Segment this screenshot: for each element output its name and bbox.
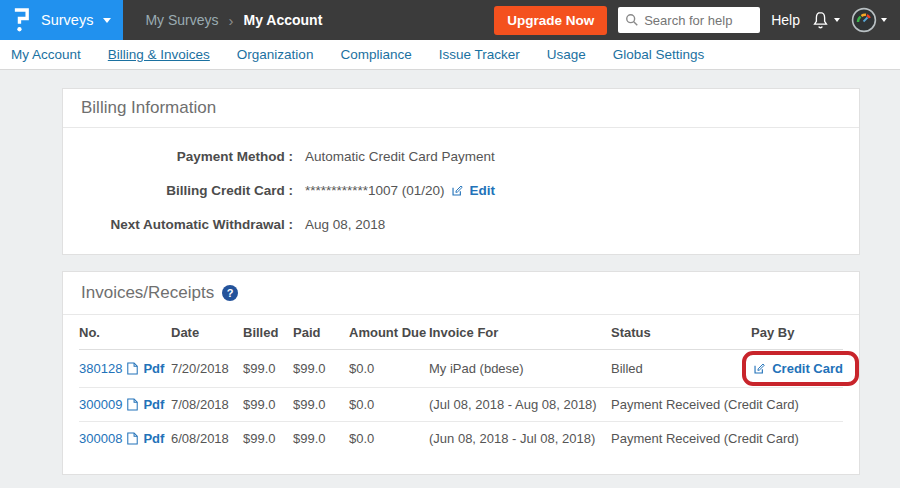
col-date: Date [171,315,243,350]
top-bar: Surveys My Surveys › My Account Upgrade … [0,0,900,40]
invoices-table: No. Date Billed Paid Amount Due Invoice … [79,315,843,458]
account-menu[interactable] [851,7,887,33]
notifications-control[interactable] [811,10,840,31]
invoice-amount-due: $0.0 [349,422,429,459]
col-paid: Paid [293,315,349,350]
tab-organization[interactable]: Organization [237,47,314,62]
chevron-down-icon [881,18,887,22]
invoice-number-link[interactable]: 300009 [79,397,122,412]
invoice-date: 6/08/2018 [171,422,243,459]
pdf-link[interactable]: Pdf [143,431,164,446]
edit-icon [753,362,766,375]
payment-method-row: Payment Method : Automatic Credit Card P… [63,148,859,165]
tab-issue-tracker[interactable]: Issue Tracker [439,47,520,62]
panel-title: Billing Information [81,98,216,118]
invoice-amount-due: $0.0 [349,388,429,422]
tab-billing-invoices[interactable]: Billing & Invoices [108,47,210,62]
table-row: 300009 Pdf 7/08/2018 $99.0 $99.0 $0. [79,388,843,422]
invoice-for: My iPad (bdese) [429,350,611,388]
invoice-for: (Jul 08, 2018 - Aug 08, 2018) [429,388,611,422]
billing-credit-card-row: Billing Credit Card : ************1007 (… [63,182,859,199]
help-icon[interactable]: ? [222,285,238,301]
pdf-file-icon [127,432,138,445]
billing-information-panel: Billing Information Payment Method : Aut… [62,88,860,255]
pdf-file-icon [127,362,138,375]
invoice-billed: $99.0 [243,388,293,422]
col-pay-by: Pay By [751,315,843,350]
invoices-table-wrap: No. Date Billed Paid Amount Due Invoice … [63,315,859,474]
col-status: Status [611,315,751,350]
bell-icon [811,10,830,31]
invoice-amount-due: $0.0 [349,350,429,388]
invoice-billed: $99.0 [243,350,293,388]
edit-credit-card-link[interactable]: Edit [470,183,496,198]
col-no: No. [79,315,171,350]
invoice-paid: $99.0 [293,388,349,422]
invoice-paid: $99.0 [293,422,349,459]
invoice-for: (Jun 08, 2018 - Jul 08, 2018) [429,422,611,459]
tab-compliance[interactable]: Compliance [340,47,411,62]
tab-my-account[interactable]: My Account [11,47,81,62]
next-withdrawal-value: Aug 08, 2018 [305,217,385,232]
pdf-file-icon [127,398,138,411]
edit-icon [451,184,464,197]
table-header-row: No. Date Billed Paid Amount Due Invoice … [79,315,843,350]
breadcrumb-separator-icon: › [229,12,234,29]
invoice-date: 7/08/2018 [171,388,243,422]
breadcrumb-parent[interactable]: My Surveys [145,12,218,28]
chevron-down-icon [103,18,111,23]
invoice-date: 7/20/2018 [171,350,243,388]
invoice-status: Payment Received (Credit Card) [611,388,751,422]
invoices-receipts-panel: Invoices/Receipts ? No. Date Billed Paid… [62,271,860,475]
chevron-down-icon [834,18,840,22]
panel-title: Invoices/Receipts [81,283,214,303]
account-nav-tabs: My Account Billing & Invoices Organizati… [0,40,900,70]
upgrade-now-button[interactable]: Upgrade Now [494,6,607,35]
invoice-status: Payment Received (Credit Card) [611,422,751,459]
breadcrumb: My Surveys › My Account [145,12,322,29]
help-link[interactable]: Help [771,12,800,28]
help-search [618,7,760,33]
invoice-status: Billed [611,350,751,388]
invoices-receipts-header: Invoices/Receipts ? [63,272,859,315]
pay-by-credit-card-link[interactable]: Credit Card [772,361,843,376]
topbar-actions: Upgrade Now Help [494,6,900,35]
invoice-billed: $99.0 [243,422,293,459]
product-menu[interactable]: Surveys [0,0,123,40]
billing-credit-card-label: Billing Credit Card : [63,182,293,199]
table-row: 380128 Pdf 7/20/2018 $99.0 $99.0 $0. [79,350,843,388]
avatar [851,7,877,33]
product-label: Surveys [41,12,93,28]
table-row: 300008 Pdf 6/08/2018 $99.0 $99.0 $0. [79,422,843,459]
invoice-number-link[interactable]: 300008 [79,431,122,446]
payment-method-label: Payment Method : [63,148,293,165]
search-input[interactable] [618,7,760,33]
col-billed: Billed [243,315,293,350]
breadcrumb-current: My Account [244,12,323,28]
billing-credit-card-value: ************1007 (01/20) [305,183,445,198]
page-content: Billing Information Payment Method : Aut… [0,70,900,475]
billing-information-body: Payment Method : Automatic Credit Card P… [63,128,859,254]
search-icon [625,13,639,27]
tab-usage[interactable]: Usage [547,47,586,62]
next-withdrawal-label: Next Automatic Withdrawal : [63,216,293,233]
tab-global-settings[interactable]: Global Settings [613,47,705,62]
questionpro-logo-icon [11,5,31,35]
pdf-link[interactable]: Pdf [143,361,164,376]
invoice-number-link[interactable]: 380128 [79,361,122,376]
next-withdrawal-row: Next Automatic Withdrawal : Aug 08, 2018 [63,216,859,233]
payment-method-value: Automatic Credit Card Payment [305,149,495,164]
invoice-paid: $99.0 [293,350,349,388]
billing-information-header: Billing Information [63,89,859,128]
pdf-link[interactable]: Pdf [143,397,164,412]
col-amount-due: Amount Due [349,315,429,350]
col-invoice-for: Invoice For [429,315,611,350]
